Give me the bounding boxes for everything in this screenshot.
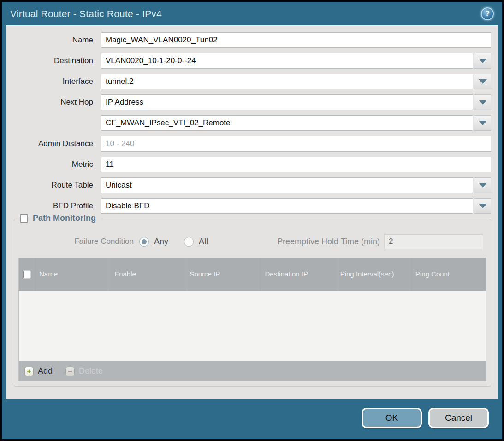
chevron-down-icon	[479, 183, 487, 188]
route-table-input[interactable]	[101, 177, 473, 193]
failure-condition-any-radio	[139, 237, 149, 247]
dialog-title: Virtual Router - Static Route - IPv4	[10, 8, 162, 19]
chevron-down-icon	[479, 121, 487, 125]
name-input[interactable]	[101, 32, 491, 48]
failure-condition-radio-group: Any All	[139, 237, 208, 247]
route-table-label: Route Table	[6, 181, 97, 190]
dialog-window: Virtual Router - Static Route - IPv4 ? N…	[0, 0, 504, 441]
chevron-down-icon	[479, 79, 487, 84]
failure-condition-all-option: All	[184, 237, 208, 247]
preemptive-hold-time-label: Preemptive Hold Time (min)	[277, 237, 384, 247]
failure-condition-all-label: All	[199, 237, 208, 247]
failure-condition-all-radio	[184, 237, 194, 247]
ok-button[interactable]: OK	[362, 408, 422, 428]
failure-condition-any-label: Any	[154, 237, 168, 247]
add-button-label: Add	[38, 366, 53, 376]
column-header-destination-ip[interactable]: Destination IP	[261, 258, 336, 291]
interface-input[interactable]	[101, 74, 473, 89]
form-row-next-hop-address	[6, 115, 498, 131]
destination-dropdown-button[interactable]	[474, 53, 491, 69]
select-all-cell	[19, 258, 35, 291]
next-hop-address-dropdown-button[interactable]	[474, 115, 491, 131]
form-row-metric: Metric	[6, 157, 498, 172]
next-hop-label: Next Hop	[6, 98, 97, 107]
column-header-name[interactable]: Name	[35, 258, 110, 291]
destination-label: Destination	[6, 56, 97, 65]
failure-condition-row: Failure Condition Any All Preemptive Hol…	[18, 233, 486, 250]
column-header-ping-interval[interactable]: Ping Interval(sec)	[336, 258, 411, 291]
chevron-down-icon	[479, 59, 487, 63]
failure-condition-any-option: Any	[139, 237, 168, 247]
metric-label: Metric	[6, 160, 97, 169]
path-monitoring-legend: Path Monitoring	[18, 213, 101, 223]
interface-label: Interface	[6, 77, 97, 86]
path-monitoring-table-toolbar: + Add − Delete	[19, 361, 486, 381]
form-row-bfd-profile: BFD Profile	[6, 198, 498, 214]
add-icon: +	[24, 367, 34, 376]
select-all-checkbox[interactable]	[23, 271, 30, 278]
delete-button-label: Delete	[79, 366, 103, 376]
dialog-titlebar: Virtual Router - Static Route - IPv4 ?	[2, 2, 502, 25]
column-header-ping-count[interactable]: Ping Count	[411, 258, 486, 291]
next-hop-type-dropdown-button[interactable]	[474, 94, 491, 110]
path-monitoring-table: Name Enable Source IP Destination IP Pin…	[18, 258, 486, 381]
next-hop-address-input[interactable]	[101, 115, 473, 131]
form-row-interface: Interface	[6, 74, 498, 89]
delete-icon: −	[65, 367, 75, 376]
bfd-profile-label: BFD Profile	[6, 201, 97, 211]
form-row-route-table: Route Table	[6, 177, 498, 193]
admin-distance-input[interactable]	[101, 136, 491, 152]
preemptive-hold-time-input	[384, 234, 483, 249]
chevron-down-icon	[479, 204, 487, 208]
metric-input[interactable]	[101, 157, 491, 172]
column-header-enable[interactable]: Enable	[110, 258, 185, 291]
delete-button: − Delete	[65, 366, 103, 376]
admin-distance-label: Admin Distance	[6, 139, 97, 148]
path-monitoring-table-header: Name Enable Source IP Destination IP Pin…	[19, 258, 486, 291]
dialog-body: Name Destination Interface Next Hop	[6, 25, 498, 399]
form-row-admin-distance: Admin Distance	[6, 136, 498, 152]
path-monitoring-title: Path Monitoring	[33, 213, 96, 223]
destination-input[interactable]	[101, 53, 473, 69]
bfd-profile-input[interactable]	[101, 198, 473, 214]
failure-condition-label: Failure Condition	[18, 237, 139, 246]
dialog-footer: OK Cancel	[2, 399, 502, 439]
name-label: Name	[6, 35, 97, 45]
path-monitoring-section: Path Monitoring Failure Condition Any Al…	[14, 219, 491, 387]
column-header-source-ip[interactable]: Source IP	[185, 258, 260, 291]
bfd-profile-dropdown-button[interactable]	[474, 198, 491, 214]
next-hop-type-input[interactable]	[101, 94, 473, 110]
preemptive-hold-time-group: Preemptive Hold Time (min)	[277, 234, 486, 249]
chevron-down-icon	[479, 100, 487, 105]
path-monitoring-checkbox[interactable]	[20, 214, 28, 223]
form-row-destination: Destination	[6, 53, 498, 69]
form-row-next-hop: Next Hop	[6, 94, 498, 110]
interface-dropdown-button[interactable]	[474, 74, 491, 89]
form-row-name: Name	[6, 32, 498, 48]
help-icon[interactable]: ?	[481, 7, 494, 20]
add-button[interactable]: + Add	[24, 366, 53, 376]
cancel-button[interactable]: Cancel	[428, 408, 489, 428]
path-monitoring-table-body	[19, 291, 486, 361]
route-table-dropdown-button[interactable]	[474, 177, 491, 193]
